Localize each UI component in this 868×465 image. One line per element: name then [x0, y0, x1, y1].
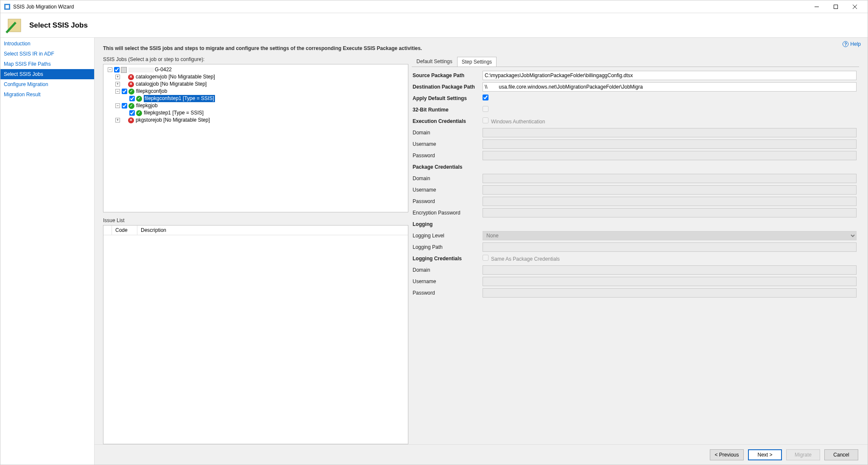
expand-icon[interactable]: +	[115, 82, 120, 86]
close-button[interactable]	[845, 1, 864, 13]
migrate-button: Migrate	[786, 449, 820, 460]
root-checkbox[interactable]	[114, 67, 120, 72]
svg-rect-1	[6, 5, 9, 8]
pkg-domain-input[interactable]	[483, 174, 857, 183]
log-pass-label: Password	[413, 290, 483, 296]
expand-icon[interactable]: +	[115, 75, 120, 79]
error-icon	[128, 81, 134, 87]
exec-domain-input[interactable]	[483, 128, 857, 137]
log-user-label: Username	[413, 278, 483, 284]
nav-select-ssis-ir[interactable]: Select SSIS IR in ADF	[0, 49, 94, 59]
exec-pass-input[interactable]	[483, 151, 857, 160]
log-path-label: Logging Path	[413, 244, 483, 250]
page-description: This will select the SSIS jobs and steps…	[95, 38, 868, 54]
wizard-nav: Introduction Select SSIS IR in ADF Map S…	[0, 38, 95, 465]
ok-icon	[128, 103, 134, 109]
jobs-tree[interactable]: − G-0422 + catalogenvjob [No Migratable …	[103, 64, 408, 212]
issue-header: Code Description	[103, 226, 408, 235]
collapse-icon[interactable]: −	[108, 67, 112, 72]
ok-icon	[136, 96, 142, 102]
log-level-label: Logging Level	[413, 233, 483, 239]
runtime32-checkbox[interactable]	[483, 106, 488, 112]
step-checkbox[interactable]	[129, 110, 135, 116]
redacted-text	[128, 67, 154, 72]
wizard-icon	[6, 17, 23, 34]
wizard-window: SSIS Job Migration Wizard Select SSIS Jo…	[0, 0, 868, 465]
runtime32-label: 32-Bit Runtime	[413, 107, 483, 113]
log-cred-label: Logging Credentials	[413, 256, 483, 262]
dest-path-input[interactable]	[483, 82, 857, 92]
col-code: Code	[112, 226, 137, 235]
log-level-select[interactable]: None	[483, 231, 857, 240]
nav-introduction[interactable]: Introduction	[0, 39, 94, 49]
previous-button[interactable]: < Previous	[710, 449, 744, 460]
footer: < Previous Next > Migrate Cancel	[95, 444, 868, 465]
collapse-icon[interactable]: −	[115, 89, 120, 94]
exec-pass-label: Password	[413, 153, 483, 159]
same-as-pkg-checkbox[interactable]	[483, 255, 488, 261]
enc-pass-label: Encryption Password	[413, 210, 483, 216]
nav-migration-result[interactable]: Migration Result	[0, 89, 94, 100]
collapse-icon[interactable]: −	[115, 103, 120, 108]
tree-node-filepkgstep1[interactable]: filepkgstep1 [Type = SSIS]	[103, 109, 408, 117]
svg-rect-3	[834, 5, 837, 8]
col-description: Description	[137, 226, 408, 235]
pkg-domain-label: Domain	[413, 175, 483, 181]
exec-user-label: Username	[413, 141, 483, 147]
source-path-label: Source Package Path	[413, 72, 483, 78]
tree-node-filepkgconfstep1[interactable]: filepkgconfstep1 [Type = SSIS]	[103, 95, 408, 102]
help-link[interactable]: ? Help	[843, 41, 861, 47]
tab-step-settings[interactable]: Step Settings	[457, 57, 497, 67]
job-checkbox[interactable]	[122, 89, 127, 94]
windows-auth-checkbox[interactable]	[483, 117, 488, 123]
log-domain-input[interactable]	[483, 265, 857, 275]
log-user-input[interactable]	[483, 277, 857, 286]
apply-defaults-checkbox[interactable]	[483, 95, 488, 100]
tree-node-catalogenvjob[interactable]: + catalogenvjob [No Migratable Step]	[103, 73, 408, 81]
error-icon	[128, 117, 134, 123]
next-button[interactable]: Next >	[748, 449, 782, 460]
ok-icon	[128, 89, 134, 95]
settings-tabs: Default Settings Step Settings	[412, 56, 859, 67]
settings-form[interactable]: Source Package Path Destination Package …	[412, 67, 859, 444]
tree-node-catalogjob[interactable]: + catalogjob [No Migratable Step]	[103, 81, 408, 88]
cancel-button[interactable]: Cancel	[824, 449, 858, 460]
same-as-pkg-text: Same As Package Credentials	[491, 256, 560, 262]
page-header: Select SSIS Jobs	[0, 13, 868, 38]
expand-icon[interactable]: +	[115, 118, 120, 123]
root-label: G-0422	[155, 66, 172, 73]
app-icon	[4, 3, 11, 10]
step-checkbox[interactable]	[129, 96, 135, 101]
maximize-button[interactable]	[826, 1, 845, 13]
tree-node-filepkgconfjob[interactable]: − filepkgconfjob	[103, 88, 408, 95]
page-title: Select SSIS Jobs	[29, 21, 88, 30]
pkg-user-label: Username	[413, 187, 483, 193]
tab-default-settings[interactable]: Default Settings	[412, 56, 457, 67]
nav-select-ssis-jobs[interactable]: Select SSIS Jobs	[0, 69, 94, 79]
nav-map-file-paths[interactable]: Map SSIS File Paths	[0, 59, 94, 69]
tree-label: SSIS Jobs (Select a job or step to confi…	[103, 56, 408, 62]
issue-list[interactable]: Code Description	[103, 225, 408, 444]
tree-node-pkgstorejob[interactable]: + pkgstorejob [No Migratable Step]	[103, 117, 408, 124]
dest-path-label: Destination Package Path	[413, 84, 483, 90]
pkg-pass-label: Password	[413, 198, 483, 204]
nav-configure-migration[interactable]: Configure Migration	[0, 79, 94, 89]
help-label: Help	[850, 41, 861, 47]
tree-root[interactable]: − G-0422	[103, 66, 408, 73]
enc-pass-input[interactable]	[483, 208, 857, 217]
exec-user-input[interactable]	[483, 139, 857, 149]
job-checkbox[interactable]	[122, 103, 127, 109]
issue-list-label: Issue List	[103, 217, 408, 223]
log-pass-input[interactable]	[483, 288, 857, 298]
pkg-cred-label: Package Credentials	[413, 164, 483, 170]
logging-label: Logging	[413, 221, 483, 227]
pkg-user-input[interactable]	[483, 185, 857, 195]
ok-icon	[136, 110, 142, 116]
apply-defaults-label: Apply Default Settings	[413, 95, 483, 101]
tree-node-filepkgjob[interactable]: − filepkgjob	[103, 102, 408, 109]
log-path-input[interactable]	[483, 242, 857, 252]
minimize-button[interactable]	[807, 1, 826, 13]
pkg-pass-input[interactable]	[483, 197, 857, 206]
source-path-input[interactable]	[483, 71, 857, 80]
exec-cred-label: Execution Credentials	[413, 118, 483, 124]
